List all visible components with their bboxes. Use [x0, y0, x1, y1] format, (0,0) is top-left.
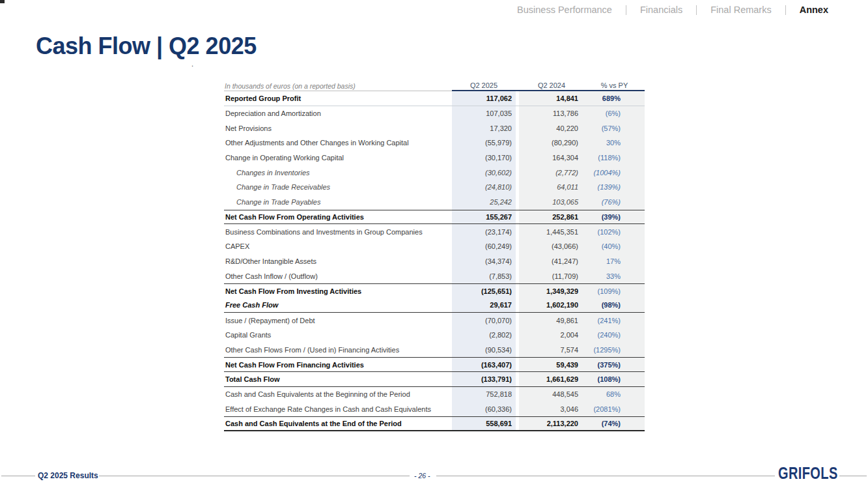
table-row: Cash and Cash Equivalents at the End of … — [224, 416, 645, 431]
row-label: CAPEX — [224, 239, 452, 254]
value-q2-2025: (30,170) — [452, 151, 516, 165]
value-q2-2024: 3,046 — [519, 401, 584, 416]
value-pct-vs-py: 30% — [584, 136, 645, 151]
table-row: Change in Trade Receivables(24,810)64,01… — [224, 180, 645, 195]
value-q2-2025: (24,810) — [452, 180, 516, 195]
table-row: Effect of Exchange Rate Changes in Cash … — [224, 401, 645, 416]
footer-line-segment — [436, 476, 775, 476]
nav-item-financials[interactable]: Financials — [626, 5, 696, 15]
value-pct-vs-py: (109%) — [584, 284, 645, 298]
value-q2-2025: 17,320 — [452, 121, 516, 136]
value-pct-vs-py: (76%) — [584, 195, 645, 210]
value-q2-2024: (80,290) — [519, 136, 584, 151]
value-pct-vs-py: 68% — [584, 387, 645, 402]
value-pct-vs-py: (6%) — [584, 106, 645, 121]
value-pct-vs-py: (375%) — [584, 358, 645, 371]
value-q2-2024: 7,574 — [519, 343, 584, 358]
value-q2-2024: (43,066) — [519, 239, 584, 254]
table-header: In thousands of euros (on a reported bas… — [224, 81, 645, 91]
value-pct-vs-py: (102%) — [584, 224, 645, 239]
page-title: Cash Flow | Q2 2025 — [36, 33, 257, 60]
value-q2-2024: 2,004 — [519, 328, 584, 343]
value-q2-2025: 117,062 — [452, 91, 516, 106]
row-label: Net Cash Flow From Operating Activities — [224, 210, 452, 224]
value-q2-2024: 164,304 — [519, 151, 584, 165]
row-label: Other Cash Flows From / (Used in) Financ… — [224, 343, 452, 358]
row-label: R&D/Other Intangible Assets — [224, 254, 452, 269]
value-q2-2025: (55,979) — [452, 136, 516, 151]
column-header-q2-2024: Q2 2024 — [519, 81, 584, 89]
footer-deck-title: Q2 2025 Results — [38, 471, 98, 480]
table-row: Changes in Inventories(30,602)(2,772)(10… — [224, 165, 645, 180]
row-label: Business Combinations and Investments in… — [224, 224, 452, 239]
value-q2-2025: (23,174) — [452, 224, 516, 239]
column-header-q2-2025: Q2 2025 — [452, 81, 516, 89]
value-q2-2025: (30,602) — [452, 165, 516, 180]
value-q2-2025: 558,691 — [452, 417, 516, 430]
table-row: Other Cash Flows From / (Used in) Financ… — [224, 343, 645, 358]
value-pct-vs-py: (57%) — [584, 121, 645, 136]
row-label: Changes in Inventories — [224, 165, 452, 180]
value-q2-2025: (2,802) — [452, 328, 516, 343]
row-label: Cash and Cash Equivalents at the End of … — [224, 417, 452, 430]
value-pct-vs-py: (108%) — [584, 372, 645, 386]
table-row: Net Provisions17,32040,220(57%) — [224, 121, 645, 136]
table-row: Capital Grants(2,802)2,004(240%) — [224, 328, 645, 343]
value-q2-2024: 1,445,351 — [519, 224, 584, 239]
row-label: Change in Trade Payables — [224, 195, 452, 210]
value-q2-2024: (2,772) — [519, 165, 584, 180]
table-column-headers: Q2 2025 Q2 2024 % vs PY — [452, 81, 645, 91]
value-q2-2024: 1,661,629 — [519, 372, 584, 386]
screen-corner-artifact — [0, 0, 5, 3]
value-q2-2024: 448,545 — [519, 387, 584, 402]
table-row: Depreciation and Amortization107,035113,… — [224, 106, 645, 121]
row-label: Change in Operating Working Capital — [224, 151, 452, 165]
value-q2-2024: 2,113,220 — [519, 417, 584, 430]
row-label: Effect of Exchange Rate Changes in Cash … — [224, 401, 452, 416]
value-q2-2025: (125,651) — [452, 284, 516, 298]
value-pct-vs-py: (40%) — [584, 239, 645, 254]
nav-item-business-performance[interactable]: Business Performance — [517, 5, 626, 15]
table-row: Net Cash Flow From Operating Activities1… — [224, 210, 645, 225]
row-label: Net Provisions — [224, 121, 452, 136]
row-label: Free Cash Flow — [224, 298, 452, 313]
value-pct-vs-py: 689% — [584, 91, 645, 106]
value-pct-vs-py: (241%) — [584, 313, 645, 328]
value-q2-2024: 64,011 — [519, 180, 584, 195]
value-q2-2025: 29,617 — [452, 298, 516, 313]
table-row: CAPEX(60,249)(43,066)(40%) — [224, 239, 645, 254]
footer-line-segment — [99, 476, 410, 476]
value-q2-2025: (90,534) — [452, 343, 516, 358]
value-q2-2025: (163,407) — [452, 358, 516, 371]
value-pct-vs-py: (1004%) — [584, 165, 645, 180]
row-label: Issue / (Repayment) of Debt — [224, 313, 452, 328]
table-row: Cash and Cash Equivalents at the Beginni… — [224, 387, 645, 402]
table-row: Reported Group Profit117,06214,841689% — [224, 91, 645, 106]
cashflow-table: In thousands of euros (on a reported bas… — [224, 81, 645, 431]
table-row: Net Cash Flow From Investing Activities(… — [224, 283, 645, 298]
row-label: Total Cash Flow — [224, 372, 452, 386]
table-row: Change in Operating Working Capital(30,1… — [224, 151, 645, 165]
column-header-pct-vs-py: % vs PY — [584, 81, 645, 89]
value-q2-2024: 14,841 — [519, 91, 584, 106]
value-q2-2024: 49,861 — [519, 313, 584, 328]
value-pct-vs-py: (2081%) — [584, 401, 645, 416]
nav-item-annex[interactable]: Annex — [786, 5, 832, 15]
value-pct-vs-py: (39%) — [584, 210, 645, 224]
value-q2-2024: 252,861 — [519, 210, 584, 224]
table-units-note: In thousands of euros (on a reported bas… — [224, 81, 452, 91]
value-q2-2024: 103,065 — [519, 195, 584, 210]
row-label: Other Cash Inflow / (Outflow) — [224, 268, 452, 283]
nav-item-final-remarks[interactable]: Final Remarks — [697, 5, 785, 15]
value-q2-2024: 1,349,329 — [519, 284, 584, 298]
value-pct-vs-py: (118%) — [584, 151, 645, 165]
value-q2-2024: 1,602,190 — [519, 298, 584, 313]
page-number: - 26 - — [414, 472, 430, 480]
cashflow-table-body: Reported Group Profit117,06214,841689%De… — [224, 91, 645, 431]
table-row: Business Combinations and Investments in… — [224, 224, 645, 239]
stray-dot: . — [191, 60, 193, 68]
value-q2-2024: (41,247) — [519, 254, 584, 269]
section-nav: Business PerformanceFinancialsFinal Rema… — [517, 5, 832, 15]
table-row: Total Cash Flow(133,791)1,661,629(108%) — [224, 372, 645, 387]
row-label: Change in Trade Receivables — [224, 180, 452, 195]
